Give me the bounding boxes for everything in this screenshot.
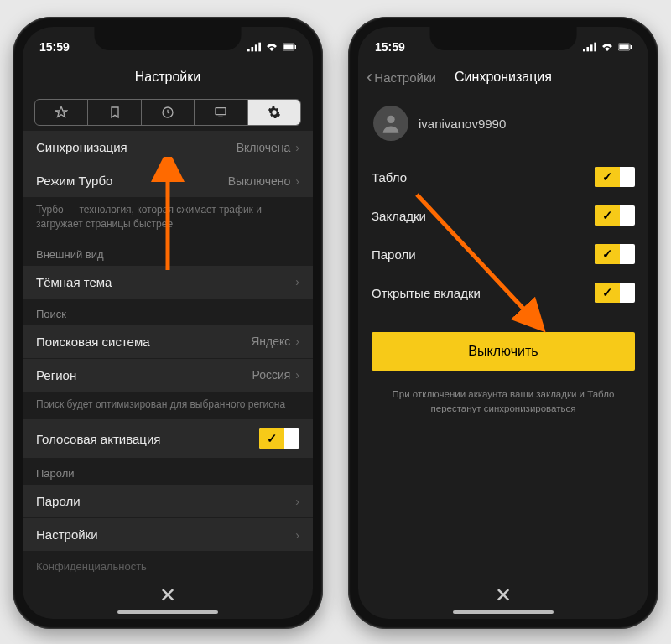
wifi-icon [601, 42, 614, 52]
row-tablo[interactable]: Табло ✓ [358, 158, 648, 196]
notch [430, 27, 577, 50]
sync-content: ivanivanov9990 Табло ✓ Закладки ✓ Пароли… [358, 94, 648, 572]
row-open-tabs[interactable]: Открытые вкладки ✓ [358, 273, 648, 312]
row-label: Пароли [36, 494, 81, 508]
search-description: Поиск будет оптимизирован для выбранного… [23, 392, 313, 420]
chevron-right-icon: › [295, 335, 299, 348]
svg-rect-3 [258, 43, 261, 52]
signal-icon [583, 42, 596, 52]
row-voice-activation[interactable]: Голосовая активация ✓ [23, 419, 313, 459]
chevron-right-icon: › [295, 528, 299, 542]
section-search: Поиск [23, 299, 313, 325]
section-passwords: Пароли [23, 459, 313, 485]
status-icons [247, 42, 296, 52]
disable-button-label: Выключить [468, 344, 538, 359]
svg-rect-1 [251, 47, 253, 51]
close-icon[interactable]: ✕ [495, 584, 512, 607]
tabs-toggle[interactable]: ✓ [595, 283, 635, 303]
row-passwords[interactable]: Пароли › [23, 485, 313, 518]
row-label: Регион [36, 368, 76, 382]
disable-note: При отключении аккаунта ваши закладки и … [358, 379, 648, 425]
chevron-right-icon: › [295, 368, 299, 382]
back-label: Настройки [374, 70, 436, 85]
tab-bar [34, 99, 301, 126]
row-label: Закладки [372, 209, 426, 223]
username: ivanivanov9990 [419, 117, 506, 131]
svg-rect-6 [295, 45, 296, 49]
svg-point-17 [387, 116, 394, 123]
tab-bookmarks[interactable] [88, 100, 141, 125]
turbo-description: Турбо — технология, которая сжимает траф… [23, 198, 313, 240]
settings-list: Синхронизация Включена› Режим Турбо Выкл… [23, 131, 313, 572]
row-label: Голосовая активация [36, 432, 160, 446]
tab-favorites[interactable] [35, 100, 88, 125]
row-value: Включена [237, 141, 291, 154]
status-time: 15:59 [39, 40, 70, 54]
tablo-toggle[interactable]: ✓ [595, 167, 635, 187]
battery-icon [618, 42, 632, 52]
home-indicator [117, 610, 218, 614]
row-label: Режим Турбо [36, 174, 112, 188]
svg-rect-8 [216, 108, 226, 115]
row-label: Настройки [36, 527, 98, 542]
row-turbo[interactable]: Режим Турбо Выключено› [23, 164, 313, 198]
disable-button[interactable]: Выключить [372, 332, 635, 371]
chevron-right-icon: › [295, 275, 299, 288]
row-dark-theme[interactable]: Тёмная тема › [23, 266, 313, 299]
home-indicator [453, 610, 554, 614]
svg-rect-10 [583, 49, 585, 52]
svg-rect-5 [283, 44, 293, 49]
tab-settings[interactable] [248, 100, 300, 125]
status-icons [583, 42, 632, 52]
check-icon: ✓ [259, 428, 284, 449]
page-title: Настройки [135, 70, 200, 85]
signal-icon [247, 42, 261, 52]
battery-icon [283, 42, 296, 52]
row-value: Выключено [228, 174, 291, 188]
chevron-left-icon: ‹ [367, 66, 372, 88]
row-label: Табло [372, 170, 407, 184]
row-passwords[interactable]: Пароли ✓ [358, 235, 648, 273]
svg-rect-13 [594, 43, 596, 52]
tab-history[interactable] [142, 100, 195, 125]
tab-devices[interactable] [195, 100, 247, 125]
row-value: Яндекс [251, 335, 290, 348]
chevron-right-icon: › [295, 141, 299, 154]
avatar [373, 106, 408, 141]
row-bookmarks[interactable]: Закладки ✓ [358, 196, 648, 235]
svg-rect-0 [247, 49, 250, 52]
svg-rect-2 [255, 44, 257, 51]
svg-rect-15 [619, 44, 628, 49]
row-settings[interactable]: Настройки › [23, 518, 313, 552]
row-region[interactable]: Регион Россия› [23, 359, 313, 392]
voice-toggle[interactable]: ✓ [259, 428, 299, 449]
row-label: Тёмная тема [36, 275, 112, 289]
phone-right: 15:59 ‹ Настройки Синхронизация ivanivan… [348, 17, 658, 629]
check-icon: ✓ [595, 244, 620, 264]
passwords-toggle[interactable]: ✓ [595, 244, 635, 264]
section-privacy: Конфиденциальность [23, 552, 313, 572]
row-label: Поисковая система [36, 335, 150, 349]
row-value: Россия [252, 368, 290, 382]
check-icon: ✓ [595, 167, 620, 187]
close-icon[interactable]: ✕ [159, 584, 176, 607]
row-sync[interactable]: Синхронизация Включена› [23, 131, 313, 164]
row-search-engine[interactable]: Поисковая система Яндекс› [23, 325, 313, 359]
svg-rect-16 [631, 45, 632, 49]
page-title: Синхронизация [455, 70, 552, 85]
back-button[interactable]: ‹ Настройки [367, 66, 436, 88]
row-label: Пароли [372, 247, 416, 262]
status-time: 15:59 [375, 40, 405, 54]
check-icon: ✓ [595, 205, 620, 226]
section-appearance: Внешний вид [23, 240, 313, 266]
nav-header: ‹ Настройки Синхронизация [358, 60, 648, 94]
row-label: Открытые вкладки [372, 286, 481, 300]
chevron-right-icon: › [295, 174, 299, 188]
user-row[interactable]: ivanivanov9990 [358, 94, 648, 158]
notch [95, 27, 242, 50]
wifi-icon [265, 42, 278, 52]
nav-header: Настройки [23, 60, 313, 94]
bookmarks-toggle[interactable]: ✓ [595, 205, 635, 226]
phone-left: 15:59 Настройки Синхронизация Включена› … [13, 17, 323, 629]
svg-rect-12 [590, 44, 593, 51]
